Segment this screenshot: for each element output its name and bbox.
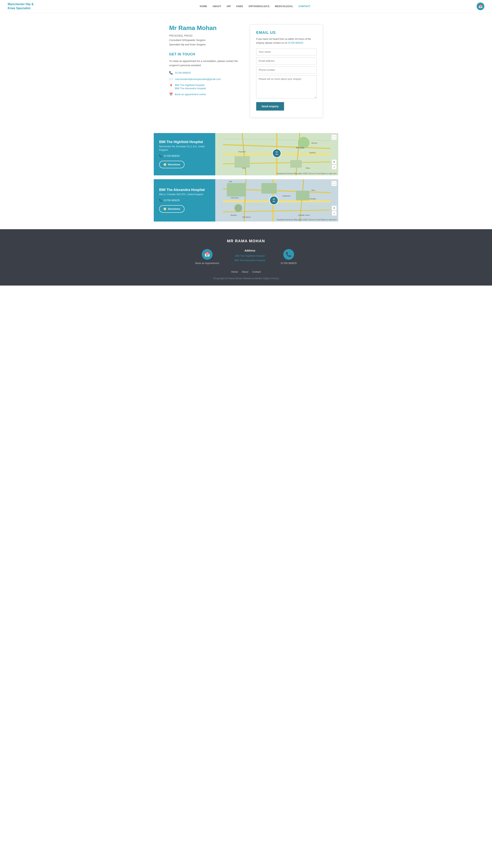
- footer-phone: 01706 869025: [281, 262, 297, 265]
- nav-orthobiologics[interactable]: ORTHOBIOLGICS: [248, 5, 269, 8]
- svg-text:Rochdale: Rochdale: [296, 147, 304, 149]
- footer-address-1: BMI The Highfield Hospital: [235, 255, 265, 257]
- svg-text:Bowdon: Bowdon: [230, 214, 237, 216]
- contact-description: To make an appointment for a consultatio…: [169, 59, 242, 68]
- footer-phone-col: 📞 01706 869025: [281, 249, 297, 265]
- appointment-label: Book an appointment online: [175, 93, 206, 96]
- calendar-icon[interactable]: 📅: [476, 2, 484, 10]
- hospital-1-info: BMI The Highfield Hospital Manchester Rd…: [154, 133, 215, 175]
- nav-medicolegal[interactable]: MEDICOLEGAL: [275, 5, 293, 8]
- svg-point-32: [270, 196, 278, 204]
- email-input[interactable]: [256, 57, 317, 65]
- zoom-out-1[interactable]: −: [332, 165, 337, 170]
- message-textarea[interactable]: [256, 75, 317, 98]
- phone-input[interactable]: [256, 66, 317, 73]
- zoom-in-1[interactable]: +: [332, 160, 337, 164]
- email-form-box: EMAIL US If you have not heard from us w…: [250, 24, 323, 118]
- hospital-2-name: BMI The Alexandra Hospital: [159, 188, 210, 192]
- nav-about[interactable]: ABOUT: [213, 5, 221, 8]
- phone-icon-2: 📞: [159, 199, 162, 202]
- calendar-link-icon: 📅: [169, 93, 173, 96]
- phone-icon-1: 📞: [159, 154, 162, 157]
- svg-text:Hale Barns: Hale Barns: [242, 216, 251, 218]
- svg-text:Newhey: Newhey: [310, 152, 316, 154]
- get-in-touch-heading: GET IN TOUCH: [169, 52, 242, 56]
- map-zoom-1[interactable]: + −: [332, 160, 337, 170]
- svg-rect-31: [296, 191, 310, 200]
- hospital-2-phone-row: 📞 01706 869025: [159, 199, 210, 202]
- hospital-1-map[interactable]: ⛶ MR RM Rochdale: [215, 133, 338, 175]
- calendar-footer-icon[interactable]: 📅: [202, 249, 213, 260]
- hospital-1-address: Manchester Rd, Rochdale OL11 4LZ, United…: [159, 145, 210, 152]
- svg-text:Bury: Bury: [242, 167, 246, 169]
- svg-rect-8: [235, 156, 250, 168]
- email-icon: ✉️: [169, 77, 173, 81]
- footer-address-col: Address BMI The Highfield Hospital BMI T…: [235, 249, 265, 263]
- zoom-in-2[interactable]: +: [332, 206, 337, 211]
- svg-text:Altrincham: Altrincham: [230, 197, 239, 199]
- hospital-1-link[interactable]: BMI The Highfield Hospital: [175, 83, 206, 87]
- map-svg-1: MR RM Rochdale Milnrow Heywood Shaw Bury…: [215, 133, 338, 175]
- credential-3: Specialist Hip and Knee Surgeon: [169, 42, 242, 47]
- svg-text:Wythensh...: Wythensh...: [282, 195, 292, 197]
- fullscreen-button-1[interactable]: ⛶: [331, 135, 337, 140]
- navbar: Manchester Hip & Knee Specialist HOME AB…: [0, 0, 492, 13]
- email-link[interactable]: ✉️ manchesterhipkneespecialist@gmail.com: [169, 77, 242, 81]
- nav-home[interactable]: HOME: [200, 5, 207, 8]
- map-zoom-2[interactable]: + −: [332, 206, 337, 216]
- svg-rect-29: [262, 183, 277, 194]
- footer-address-heading: Address: [235, 249, 265, 252]
- svg-text:RM: RM: [273, 200, 275, 202]
- hospital-1-card: BMI The Highfield Hospital Manchester Rd…: [154, 133, 338, 175]
- footer-nav-about[interactable]: About: [242, 270, 248, 273]
- footer-nav-contact[interactable]: Contact: [252, 270, 261, 273]
- footer-copyright: ©Copyright Mr Rama Mohan Website by Medi…: [8, 277, 484, 280]
- footer-nav-home[interactable]: Home: [231, 270, 238, 273]
- footer-row: 📅 Book an Appointment Address BMI The Hi…: [8, 249, 484, 265]
- nav-contact[interactable]: CONTACT: [299, 5, 311, 8]
- email-description: If you have not heard from us within 24 …: [256, 37, 317, 45]
- phone-footer-icon[interactable]: 📞: [283, 249, 294, 260]
- hero-right: EMAIL US If you have not heard from us w…: [250, 24, 323, 118]
- footer-nav: Home About Contact: [8, 270, 484, 273]
- hospital-2-phone: 01706 869025: [164, 199, 180, 202]
- phone-number: 01706 869025: [175, 71, 191, 74]
- fullscreen-button-2[interactable]: ⛶: [331, 181, 337, 186]
- site-logo[interactable]: Manchester Hip & Knee Specialist: [8, 2, 34, 10]
- svg-text:MR: MR: [273, 198, 275, 200]
- svg-text:Stoc...: Stoc...: [311, 189, 316, 191]
- map-credit-1: Keyboard shortcuts Map data ©2022 Terms …: [277, 172, 337, 175]
- nav-knee[interactable]: KNEE: [236, 5, 243, 8]
- footer: MR RAMA MOHAN 📅 Book an Appointment Addr…: [0, 229, 492, 286]
- map-section: BMI The Highfield Hospital Manchester Rd…: [0, 133, 492, 221]
- name-input[interactable]: [256, 48, 317, 55]
- address-block: 📍 BMI The Highfield Hospital BMI The Ale…: [169, 83, 242, 90]
- phone-icon: 📞: [169, 71, 173, 75]
- send-enquiry-button[interactable]: Send enquiry: [256, 102, 284, 111]
- hospital-2-link[interactable]: BMI The Alexandra Hospital: [175, 87, 206, 90]
- location-icon: 📍: [169, 84, 173, 88]
- appointment-link[interactable]: 📅 Book an appointment online: [169, 93, 242, 96]
- hero-left: Mr Rama Mohan FRCS(T&O), FRCSC Consultan…: [169, 24, 242, 99]
- svg-text:Milnrow: Milnrow: [311, 142, 318, 144]
- svg-rect-9: [290, 160, 302, 168]
- directions-button-2[interactable]: 🧭 Directions: [159, 205, 184, 213]
- svg-text:Cheadle: Cheadle: [310, 198, 316, 200]
- directions-icon-2: 🧭: [163, 208, 167, 210]
- hospital-1-name: BMI The Highfield Hospital: [159, 140, 210, 144]
- hospital-2-address: Mill Ln, Cheadle SK8 2PX, United Kingdom: [159, 193, 210, 196]
- zoom-out-2[interactable]: −: [332, 211, 337, 216]
- svg-point-11: [272, 149, 281, 158]
- svg-text:MR: MR: [276, 151, 278, 153]
- nav-hip[interactable]: HIP: [227, 5, 231, 8]
- svg-text:Sale: Sale: [229, 180, 232, 183]
- directions-button-1[interactable]: 🧭 Directions: [159, 161, 184, 168]
- hospital-2-map[interactable]: ⛶ MR RM Sale: [215, 179, 338, 221]
- phone-link[interactable]: 📞 01706 869025: [169, 71, 242, 75]
- contact-phone-link[interactable]: 01706 869025: [288, 42, 303, 44]
- map-svg-2: MR RM Sale Altrincham Wythensh... Cheadl…: [215, 179, 338, 221]
- svg-text:Cheadle Hulme: Cheadle Hulme: [298, 214, 310, 216]
- footer-book-label: Book an Appointment: [195, 262, 219, 265]
- surgeon-name: Mr Rama Mohan: [169, 24, 242, 31]
- nav-links: HOME ABOUT HIP KNEE ORTHOBIOLGICS MEDICO…: [200, 5, 311, 8]
